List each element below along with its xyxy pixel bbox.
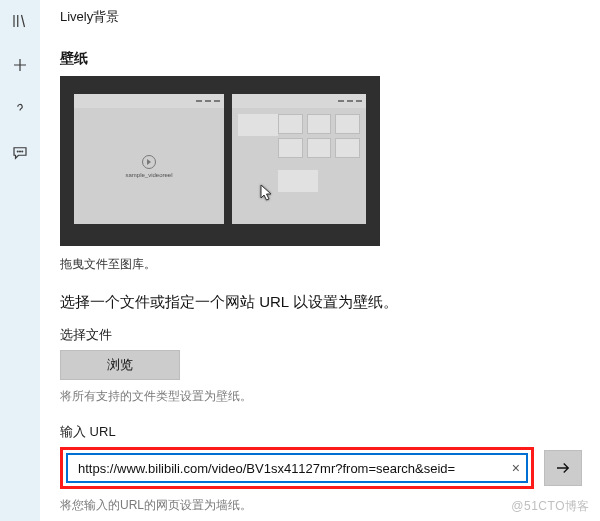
url-input[interactable] xyxy=(66,453,528,483)
arrow-right-icon xyxy=(554,459,572,477)
clear-input-icon[interactable]: × xyxy=(512,461,520,475)
library-icon xyxy=(11,12,29,30)
url-subhint: 将您输入的URL的网页设置为墙纸。 xyxy=(60,497,582,514)
svg-point-1 xyxy=(20,151,21,152)
url-highlight: × xyxy=(60,447,534,489)
add-icon xyxy=(11,56,29,74)
sidebar-feedback[interactable] xyxy=(0,138,40,168)
preview-window-left: sample_videoreel xyxy=(74,94,224,224)
main-instruction: 选择一个文件或指定一个网站 URL 以设置为壁纸。 xyxy=(60,293,582,312)
wallpaper-preview[interactable]: sample_videoreel xyxy=(60,76,380,246)
page-title: Lively背景 xyxy=(60,8,582,26)
main-content: Lively背景 壁纸 sample_videoreel xyxy=(40,0,600,521)
wallpaper-section-label: 壁纸 xyxy=(60,50,582,68)
watermark-text: @51CTO博客 xyxy=(511,498,590,515)
sidebar-help[interactable] xyxy=(0,94,40,124)
svg-point-0 xyxy=(17,151,18,152)
help-icon xyxy=(11,100,29,118)
submit-url-button[interactable] xyxy=(544,450,582,486)
preview-caption: sample_videoreel xyxy=(125,172,172,178)
sidebar-library[interactable] xyxy=(0,6,40,36)
svg-point-2 xyxy=(22,151,23,152)
drag-hint: 拖曳文件至图库。 xyxy=(60,256,582,273)
sidebar xyxy=(0,0,40,521)
browse-button[interactable]: 浏览 xyxy=(60,350,180,380)
browse-button-label: 浏览 xyxy=(107,356,133,374)
feedback-icon xyxy=(11,144,29,162)
choose-file-label: 选择文件 xyxy=(60,326,582,344)
file-subhint: 将所有支持的文件类型设置为壁纸。 xyxy=(60,388,582,405)
sidebar-add[interactable] xyxy=(0,50,40,80)
cursor-icon xyxy=(260,184,274,206)
preview-window-right xyxy=(232,94,366,224)
url-label: 输入 URL xyxy=(60,423,582,441)
